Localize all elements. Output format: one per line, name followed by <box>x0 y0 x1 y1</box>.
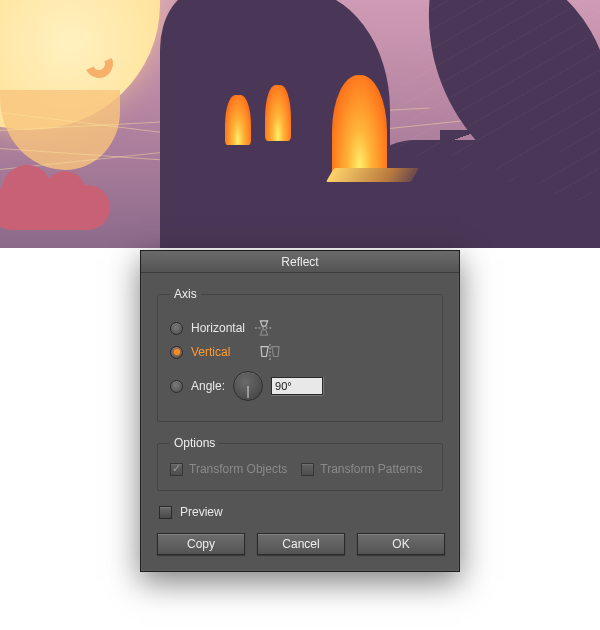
options-legend: Options <box>170 436 219 450</box>
checkbox-preview[interactable] <box>159 506 172 519</box>
reflect-horizontal-icon <box>253 319 275 337</box>
dialog-title[interactable]: Reflect <box>141 251 459 273</box>
transform-patterns-label: Transform Patterns <box>320 462 422 476</box>
axis-legend: Axis <box>170 287 201 301</box>
axis-angle-row[interactable]: Angle: <box>170 371 430 401</box>
reflect-vertical-icon <box>259 343 281 361</box>
axis-vertical-row[interactable]: Vertical <box>170 343 430 361</box>
axis-horizontal-row[interactable]: Horizontal <box>170 319 430 337</box>
radio-horizontal[interactable] <box>170 322 183 335</box>
transform-patterns-option: Transform Patterns <box>301 462 422 476</box>
ok-button[interactable]: OK <box>357 533 445 555</box>
options-group: Options Transform Objects Transform Patt… <box>157 436 443 491</box>
radio-angle[interactable] <box>170 380 183 393</box>
reflect-dialog: Reflect Axis Horizontal Vertical <box>140 250 460 572</box>
tree-window <box>265 85 291 141</box>
axis-horizontal-label: Horizontal <box>191 321 245 335</box>
preview-label: Preview <box>180 505 223 519</box>
radio-vertical[interactable] <box>170 346 183 359</box>
canvas-artwork <box>0 0 600 248</box>
transform-objects-label: Transform Objects <box>189 462 287 476</box>
cancel-button[interactable]: Cancel <box>257 533 345 555</box>
axis-group: Axis Horizontal Vertical <box>157 287 443 422</box>
angle-input[interactable] <box>271 377 323 395</box>
dialog-buttons: Copy Cancel OK <box>157 533 443 555</box>
cloud-shape <box>0 185 110 230</box>
axis-vertical-label: Vertical <box>191 345 230 359</box>
dialog-content: Axis Horizontal Vertical <box>141 273 459 571</box>
angle-dial[interactable] <box>233 371 263 401</box>
transform-objects-option: Transform Objects <box>170 462 287 476</box>
copy-button[interactable]: Copy <box>157 533 245 555</box>
window-sill <box>326 168 419 182</box>
leaf-fronds <box>440 130 560 190</box>
checkbox-transform-objects <box>170 463 183 476</box>
tree-window <box>332 75 387 177</box>
checkbox-transform-patterns <box>301 463 314 476</box>
preview-row[interactable]: Preview <box>159 505 443 519</box>
tree-window <box>225 95 251 145</box>
axis-angle-label: Angle: <box>191 379 225 393</box>
